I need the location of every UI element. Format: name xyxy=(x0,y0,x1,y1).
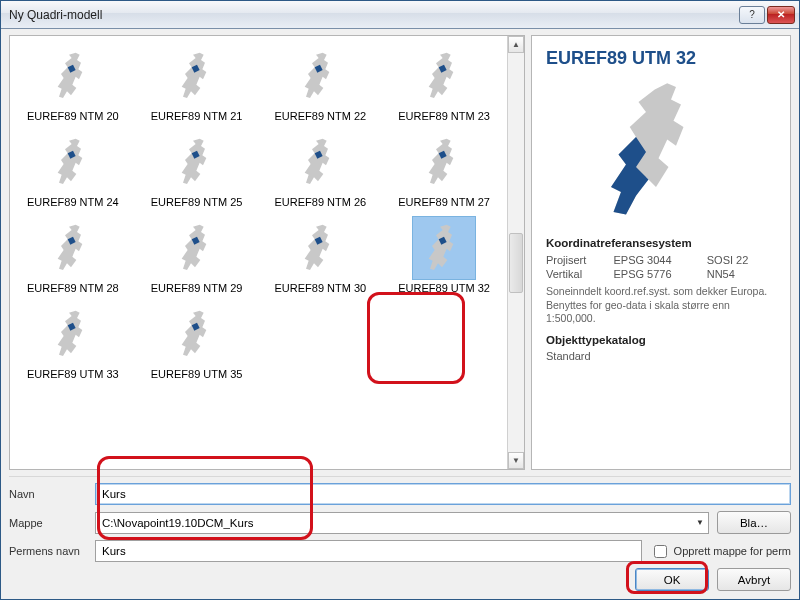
help-button[interactable]: ? xyxy=(739,6,765,24)
folder-combobox[interactable] xyxy=(95,512,709,534)
scroll-thumb[interactable] xyxy=(509,233,523,293)
crs-item[interactable]: EUREF89 NTM 23 xyxy=(385,44,503,122)
crs-item[interactable]: EUREF89 NTM 30 xyxy=(262,216,380,294)
catalog-value: Standard xyxy=(546,350,776,362)
create-folder-checkbox[interactable] xyxy=(654,545,667,558)
norway-map-icon xyxy=(165,44,229,108)
crs-item[interactable]: EUREF89 NTM 22 xyxy=(262,44,380,122)
norway-map-icon xyxy=(288,216,352,280)
dialog-window: Ny Quadri-modell ? ✕ EUREF89 NTM 20 EURE… xyxy=(0,0,800,600)
name-input[interactable] xyxy=(95,483,791,505)
crs-table: Projisert EPSG 3044 SOSI 22 Vertikal EPS… xyxy=(546,253,776,281)
crs-item[interactable]: EUREF89 NTM 24 xyxy=(14,130,132,208)
norway-map-icon xyxy=(165,216,229,280)
detail-map-icon xyxy=(591,77,731,227)
perm-label: Permens navn xyxy=(9,545,87,557)
crs-item-label: EUREF89 UTM 32 xyxy=(398,282,490,294)
crs-item-label: EUREF89 UTM 33 xyxy=(27,368,119,380)
crs-item[interactable]: EUREF89 NTM 20 xyxy=(14,44,132,122)
norway-map-icon xyxy=(412,216,476,280)
norway-map-icon xyxy=(288,130,352,194)
crs-item-label: EUREF89 NTM 24 xyxy=(27,196,119,208)
crs-item[interactable]: EUREF89 NTM 27 xyxy=(385,130,503,208)
window-title: Ny Quadri-modell xyxy=(9,8,739,22)
scroll-up-icon[interactable]: ▲ xyxy=(508,36,524,53)
crs-item[interactable]: EUREF89 UTM 32 xyxy=(385,216,503,294)
norway-map-icon xyxy=(165,130,229,194)
titlebar: Ny Quadri-modell ? ✕ xyxy=(1,1,799,29)
browse-button[interactable]: Bla… xyxy=(717,511,791,534)
norway-map-icon xyxy=(41,302,105,366)
crs-item[interactable]: EUREF89 NTM 25 xyxy=(138,130,256,208)
norway-map-icon xyxy=(41,44,105,108)
crs-item-label: EUREF89 UTM 35 xyxy=(151,368,243,380)
create-folder-label: Opprett mappe for perm xyxy=(674,545,791,557)
crs-item-label: EUREF89 NTM 21 xyxy=(151,110,243,122)
norway-map-icon xyxy=(412,44,476,108)
norway-map-icon xyxy=(412,130,476,194)
cancel-button[interactable]: Avbryt xyxy=(717,568,791,591)
norway-map-icon xyxy=(41,216,105,280)
form-area: Navn Mappe ▼ Bla… Permens navn Opprett m… xyxy=(9,476,791,591)
crs-description: Soneinndelt koord.ref.syst. som dekker E… xyxy=(546,285,776,326)
detail-pane: EUREF89 UTM 32 Koordinatreferansesystem … xyxy=(531,35,791,470)
norway-map-icon xyxy=(288,44,352,108)
crs-item-label: EUREF89 NTM 22 xyxy=(275,110,367,122)
crs-section-header: Koordinatreferansesystem xyxy=(546,237,776,249)
scroll-down-icon[interactable]: ▼ xyxy=(508,452,524,469)
crs-grid-pane: EUREF89 NTM 20 EUREF89 NTM 21 EUREF89 NT… xyxy=(9,35,525,470)
crs-item-label: EUREF89 NTM 26 xyxy=(275,196,367,208)
crs-item[interactable]: EUREF89 NTM 29 xyxy=(138,216,256,294)
crs-item-label: EUREF89 NTM 28 xyxy=(27,282,119,294)
crs-item-label: EUREF89 NTM 23 xyxy=(398,110,490,122)
crs-item[interactable]: EUREF89 UTM 33 xyxy=(14,302,132,380)
crs-item-label: EUREF89 NTM 27 xyxy=(398,196,490,208)
detail-title: EUREF89 UTM 32 xyxy=(546,48,776,69)
catalog-header: Objekttypekatalog xyxy=(546,334,776,346)
folder-label: Mappe xyxy=(9,517,87,529)
crs-item-label: EUREF89 NTM 20 xyxy=(27,110,119,122)
norway-map-icon xyxy=(41,130,105,194)
crs-item-label: EUREF89 NTM 25 xyxy=(151,196,243,208)
crs-item[interactable]: EUREF89 NTM 21 xyxy=(138,44,256,122)
crs-item-label: EUREF89 NTM 29 xyxy=(151,282,243,294)
crs-item[interactable]: EUREF89 UTM 35 xyxy=(138,302,256,380)
grid-scrollbar[interactable]: ▲ ▼ xyxy=(507,36,524,469)
crs-item-label: EUREF89 NTM 30 xyxy=(275,282,367,294)
perm-input[interactable] xyxy=(95,540,642,562)
crs-item[interactable]: EUREF89 NTM 28 xyxy=(14,216,132,294)
crs-item[interactable]: EUREF89 NTM 26 xyxy=(262,130,380,208)
ok-button[interactable]: OK xyxy=(635,568,709,591)
close-button[interactable]: ✕ xyxy=(767,6,795,24)
norway-map-icon xyxy=(165,302,229,366)
name-label: Navn xyxy=(9,488,87,500)
